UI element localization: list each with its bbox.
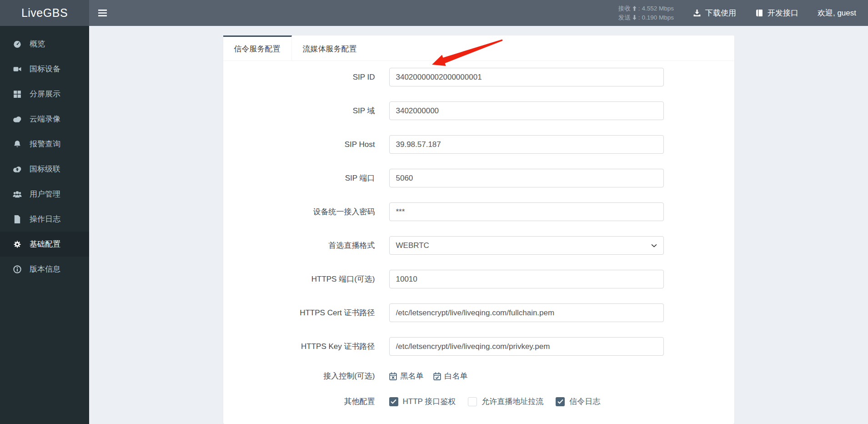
http-auth-checkbox[interactable]: HTTP 接口鉴权 (389, 396, 456, 407)
stat-label: 接收 (618, 4, 631, 13)
users-icon (12, 190, 22, 198)
field-label: HTTPS 端口(可选) (223, 274, 389, 284)
sidebar-item-label: 版本信息 (30, 264, 60, 274)
allow-url-pull-checkbox[interactable]: 允许直播地址拉流 (468, 396, 543, 407)
field-label: SIP 域 (223, 106, 389, 116)
field-label: 其他配置 (223, 396, 389, 407)
action-label: 开发接口 (768, 8, 798, 18)
sidebar-item-label: 用户管理 (30, 189, 60, 199)
field-label: SIP 端口 (223, 173, 389, 183)
form-row-https-port: HTTPS 端口(可选) (223, 270, 734, 288)
sidebar-item-user-mgmt[interactable]: 用户管理 (0, 182, 89, 207)
sidebar-item-gb-devices[interactable]: 国标设备 (0, 56, 89, 81)
sip-domain-input[interactable] (389, 101, 664, 120)
field-label: 首选直播格式 (223, 240, 389, 251)
arrow-up-icon (632, 6, 637, 11)
gears-icon (12, 240, 22, 248)
file-icon (12, 215, 22, 223)
form-row-device-password: 设备统一接入密码 (223, 202, 734, 221)
action-label: 下载使用 (705, 8, 736, 18)
config-card: 信令服务配置流媒体服务配置 SIP IDSIP 域SIP HostSIP 端口设… (223, 35, 734, 424)
whitelist-link[interactable]: 白名单 (433, 371, 468, 381)
checkbox-label: 允许直播地址拉流 (482, 396, 543, 407)
sidebar-item-version-info[interactable]: 版本信息 (0, 257, 89, 282)
sip-port-input[interactable] (389, 169, 664, 187)
sidebar-item-op-log[interactable]: 操作日志 (0, 207, 89, 232)
form-row-sip-id: SIP ID (223, 68, 734, 86)
https-cert-input[interactable] (389, 303, 664, 322)
sidebar-item-alarm-query[interactable]: 报警查询 (0, 131, 89, 156)
sidebar-item-overview[interactable]: 概览 (0, 31, 89, 56)
form-row-https-key: HTTPS Key 证书路径 (223, 337, 734, 356)
https-port-input[interactable] (389, 270, 664, 288)
field-label: 接入控制(可选) (223, 371, 389, 381)
field-label: HTTPS Cert 证书路径 (223, 308, 389, 318)
calendar-times-icon (389, 372, 397, 380)
checkbox-unchecked-icon (468, 397, 477, 406)
download-icon (693, 9, 701, 17)
sidebar-item-gb-cascade[interactable]: 国标级联 (0, 156, 89, 182)
stat-label: 发送 (618, 13, 631, 22)
sidebar-item-label: 操作日志 (30, 214, 60, 224)
form-row-access-control: 接入控制(可选)黑名单白名单 (223, 371, 734, 381)
form-row-other-config: 其他配置HTTP 接口鉴权允许直播地址拉流信令日志 (223, 396, 734, 407)
topbar-action-api-docs[interactable]: 开发接口 (755, 8, 798, 18)
sip-host-input[interactable] (389, 135, 664, 154)
stat-value: 4.552 Mbps (642, 4, 674, 13)
sip-id-input[interactable] (389, 68, 664, 86)
form-row-sip-port: SIP 端口 (223, 169, 734, 187)
topbar-action-download[interactable]: 下载使用 (693, 8, 736, 18)
signal-log-checkbox[interactable]: 信令日志 (556, 396, 600, 407)
sidebar-item-basic-config[interactable]: 基础配置 (0, 232, 89, 257)
access-control-links: 黑名单白名单 (389, 371, 468, 381)
blacklist-link[interactable]: 黑名单 (389, 371, 424, 381)
https-key-input[interactable] (389, 337, 664, 356)
link-label: 黑名单 (401, 371, 424, 381)
bell-icon (12, 140, 22, 148)
sidebar-item-split-screen[interactable]: 分屏展示 (0, 81, 89, 106)
form-row-sip-domain: SIP 域 (223, 101, 734, 120)
checkbox-label: 信令日志 (569, 396, 600, 407)
sidebar-item-label: 分屏展示 (30, 89, 60, 99)
calendar-check-icon (433, 372, 441, 380)
field-label: SIP Host (223, 140, 389, 149)
field-label: HTTPS Key 证书路径 (223, 341, 389, 352)
select-value: WEBRTC (396, 241, 429, 250)
form-row-sip-host: SIP Host (223, 135, 734, 154)
sidebar-nav: 概览国标设备分屏展示云端录像报警查询国标级联用户管理操作日志基础配置版本信息 (0, 26, 89, 424)
welcome-text: 欢迎, guest (818, 8, 856, 18)
top-header: LiveGBS 接收 : 4.552 Mbps发送 : 0.190 Mbps 下… (0, 0, 868, 26)
sidebar-toggle-button[interactable] (89, 0, 115, 26)
link-label: 白名单 (445, 371, 468, 381)
stat-separator: : (638, 4, 640, 13)
info-circle-icon (12, 265, 22, 273)
chevron-down-icon (651, 244, 657, 247)
stat-separator: : (638, 13, 640, 22)
cloud-icon (12, 115, 22, 123)
other-config-options: HTTP 接口鉴权允许直播地址拉流信令日志 (389, 396, 601, 407)
video-camera-icon (12, 65, 22, 73)
field-label: SIP ID (223, 73, 389, 82)
field-label: 设备统一接入密码 (223, 207, 389, 217)
sidebar-item-label: 基础配置 (30, 239, 60, 249)
tab-signal-config[interactable]: 信令服务配置 (223, 35, 292, 61)
sidebar-item-label: 云端录像 (30, 114, 60, 124)
sidebar-item-cloud-record[interactable]: 云端录像 (0, 106, 89, 131)
checkbox-checked-icon (389, 397, 398, 406)
tab-media-config[interactable]: 流媒体服务配置 (292, 35, 368, 61)
stat-value: 0.190 Mbps (642, 13, 674, 22)
network-stat-line: 接收 : 4.552 Mbps (618, 4, 674, 13)
sidebar-item-label: 报警查询 (30, 139, 60, 149)
brand-logo[interactable]: LiveGBS (0, 0, 89, 26)
checkbox-label: HTTP 接口鉴权 (403, 396, 456, 407)
network-stat-line: 发送 : 0.190 Mbps (618, 13, 674, 22)
sidebar-item-label: 概览 (30, 39, 45, 49)
form-row-https-cert: HTTPS Cert 证书路径 (223, 303, 734, 322)
live-format-select[interactable]: WEBRTC (389, 236, 664, 255)
device-password-input[interactable] (389, 202, 664, 221)
config-form: SIP IDSIP 域SIP HostSIP 端口设备统一接入密码首选直播格式W… (223, 61, 734, 407)
network-stats: 接收 : 4.552 Mbps发送 : 0.190 Mbps (618, 4, 674, 22)
form-row-live-format: 首选直播格式WEBRTC (223, 236, 734, 255)
main-content: 信令服务配置流媒体服务配置 SIP IDSIP 域SIP HostSIP 端口设… (89, 26, 868, 424)
arrow-down-icon (632, 15, 637, 20)
